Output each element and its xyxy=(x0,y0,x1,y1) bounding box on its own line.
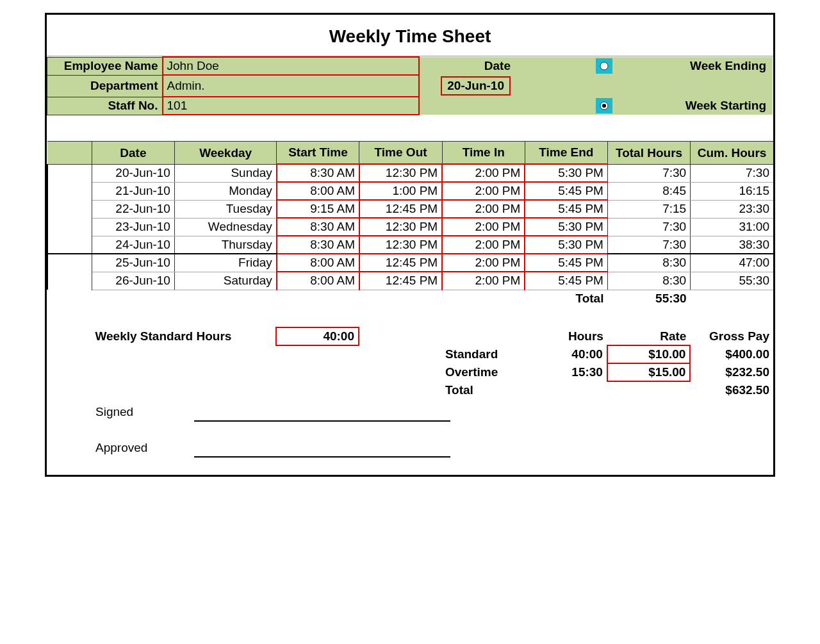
staff-no-label: Staff No. xyxy=(47,97,163,115)
rate-header: Rate xyxy=(607,327,690,345)
standard-hours: 40:00 xyxy=(525,345,607,363)
cell-date: 25-Jun-10 xyxy=(92,254,174,272)
cell-weekday: Wednesday xyxy=(174,218,276,236)
grand-total-hours: 55:30 xyxy=(607,290,690,308)
date-input[interactable]: 20-Jun-10 xyxy=(441,76,511,95)
signed-label: Signed xyxy=(92,403,194,421)
cell-total: 7:30 xyxy=(607,164,690,182)
standard-label: Standard xyxy=(441,345,525,363)
cell-start[interactable]: 8:30 AM xyxy=(277,236,359,254)
cell-date: 24-Jun-10 xyxy=(92,236,174,254)
overtime-rate-input[interactable]: $15.00 xyxy=(607,363,690,381)
cell-end[interactable]: 5:30 PM xyxy=(525,164,607,182)
cell-end[interactable]: 5:30 PM xyxy=(525,236,607,254)
cell-out[interactable]: 12:30 PM xyxy=(359,236,442,254)
employee-name-input[interactable]: John Doe xyxy=(163,57,419,75)
cell-end[interactable]: 5:45 PM xyxy=(525,200,607,218)
timesheet-table: Date Weekday Start Time Time Out Time In… xyxy=(47,141,773,308)
cell-end[interactable]: 5:30 PM xyxy=(525,218,607,236)
employee-name-label: Employee Name xyxy=(47,57,163,75)
standard-rate-input[interactable]: $10.00 xyxy=(607,345,690,363)
cell-in[interactable]: 2:00 PM xyxy=(442,182,525,200)
cell-cum: 47:00 xyxy=(691,254,773,272)
cell-out[interactable]: 12:45 PM xyxy=(359,254,442,272)
col-timeout: Time Out xyxy=(359,142,442,165)
table-row: 20-Jun-10Sunday8:30 AM12:30 PM2:00 PM5:3… xyxy=(47,164,773,182)
overtime-gross: $232.50 xyxy=(690,363,773,381)
date-label: Date xyxy=(419,57,515,75)
total-label: Total xyxy=(525,290,607,308)
table-row: 23-Jun-10Wednesday8:30 AM12:30 PM2:00 PM… xyxy=(47,218,773,236)
col-date: Date xyxy=(92,142,174,165)
cell-start[interactable]: 8:00 AM xyxy=(277,182,359,200)
cell-out[interactable]: 12:45 PM xyxy=(359,272,442,290)
table-row: 21-Jun-10Monday8:00 AM1:00 PM2:00 PM5:45… xyxy=(47,182,773,200)
svg-point-0 xyxy=(600,62,608,70)
hours-header: Hours xyxy=(525,327,607,345)
page-title: Weekly Time Sheet xyxy=(47,15,773,56)
department-input[interactable]: Admin. xyxy=(163,75,419,97)
approved-label: Approved xyxy=(92,439,194,457)
cell-out[interactable]: 12:30 PM xyxy=(359,218,442,236)
cell-out[interactable]: 1:00 PM xyxy=(359,182,442,200)
table-row: 22-Jun-10Tuesday9:15 AM12:45 PM2:00 PM5:… xyxy=(47,200,773,218)
cell-cum: 7:30 xyxy=(691,164,773,182)
cell-date: 23-Jun-10 xyxy=(92,218,174,236)
cell-weekday: Friday xyxy=(174,254,276,272)
summary-table: Weekly Standard Hours 40:00 Hours Rate G… xyxy=(47,327,773,399)
col-cumhours: Cum. Hours xyxy=(691,142,773,165)
table-row: 24-Jun-10Thursday8:30 AM12:30 PM2:00 PM5… xyxy=(47,236,773,254)
svg-point-2 xyxy=(602,104,606,108)
cell-date: 21-Jun-10 xyxy=(92,182,174,200)
cell-start[interactable]: 8:30 AM xyxy=(277,218,359,236)
cell-in[interactable]: 2:00 PM xyxy=(442,164,525,182)
total-pay-label: Total xyxy=(441,381,525,399)
cell-in[interactable]: 2:00 PM xyxy=(442,272,525,290)
timesheet-container: Weekly Time Sheet Employee Name John Doe… xyxy=(45,13,775,477)
cell-date: 26-Jun-10 xyxy=(92,272,174,290)
cell-total: 7:15 xyxy=(607,200,690,218)
col-weekday: Weekday xyxy=(174,142,276,165)
cell-total: 8:30 xyxy=(607,254,690,272)
cell-start[interactable]: 8:30 AM xyxy=(277,164,359,182)
cell-in[interactable]: 2:00 PM xyxy=(442,254,525,272)
cell-start[interactable]: 8:00 AM xyxy=(277,272,359,290)
cell-cum: 38:30 xyxy=(691,236,773,254)
col-totalhours: Total Hours xyxy=(607,142,690,165)
cell-start[interactable]: 9:15 AM xyxy=(277,200,359,218)
cell-cum: 31:00 xyxy=(691,218,773,236)
cell-cum: 55:30 xyxy=(691,272,773,290)
cell-in[interactable]: 2:00 PM xyxy=(442,200,525,218)
total-gross: $632.50 xyxy=(690,381,773,399)
col-start: Start Time xyxy=(277,142,359,165)
cell-weekday: Saturday xyxy=(174,272,276,290)
cell-end[interactable]: 5:45 PM xyxy=(525,182,607,200)
cell-date: 20-Jun-10 xyxy=(92,164,174,182)
cell-cum: 16:15 xyxy=(691,182,773,200)
cell-end[interactable]: 5:45 PM xyxy=(525,272,607,290)
week-starting-label: Week Starting xyxy=(618,97,773,115)
approved-line[interactable] xyxy=(194,439,450,457)
cell-in[interactable]: 2:00 PM xyxy=(442,236,525,254)
cell-start[interactable]: 8:00 AM xyxy=(277,254,359,272)
grosspay-header: Gross Pay xyxy=(690,327,773,345)
cell-out[interactable]: 12:30 PM xyxy=(359,164,442,182)
col-timeend: Time End xyxy=(525,142,607,165)
cell-out[interactable]: 12:45 PM xyxy=(359,200,442,218)
col-timein: Time In xyxy=(442,142,525,165)
cell-weekday: Sunday xyxy=(174,164,276,182)
signed-line[interactable] xyxy=(194,403,450,421)
standard-gross: $400.00 xyxy=(690,345,773,363)
cell-in[interactable]: 2:00 PM xyxy=(442,218,525,236)
cell-weekday: Thursday xyxy=(174,236,276,254)
table-row: 25-Jun-10Friday8:00 AM12:45 PM2:00 PM5:4… xyxy=(47,254,773,272)
weekly-std-hours-input[interactable]: 40:00 xyxy=(276,327,359,345)
cell-total: 7:30 xyxy=(607,236,690,254)
week-starting-radio[interactable] xyxy=(592,97,618,115)
employee-info-table: Employee Name John Doe Date Week Ending … xyxy=(47,56,773,115)
overtime-label: Overtime xyxy=(441,363,525,381)
signature-table: Signed Approved xyxy=(47,403,773,475)
cell-end[interactable]: 5:45 PM xyxy=(525,254,607,272)
staff-no-input[interactable]: 101 xyxy=(163,97,419,115)
week-ending-radio[interactable] xyxy=(592,57,618,75)
